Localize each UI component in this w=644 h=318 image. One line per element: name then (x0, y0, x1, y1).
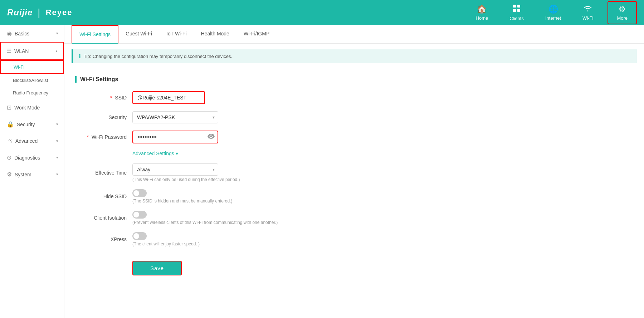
hide-ssid-slider (132, 189, 147, 197)
home-icon: 🏠 (477, 5, 487, 14)
sidebar-item-wifi[interactable]: Wi-Fi (0, 60, 64, 74)
ssid-label: * SSID (75, 95, 132, 101)
effective-time-col: Alway Custom ▾ (This Wi-Fi can only be u… (132, 163, 240, 182)
gear-icon: ⚙ (619, 5, 626, 14)
effective-time-label: Effective Time (75, 170, 132, 176)
xpress-col: (The client will enjoy faster speed. ) (132, 232, 200, 246)
nav-home[interactable]: 🏠 Home (465, 1, 499, 24)
nav-home-label: Home (476, 15, 488, 21)
effective-time-hint: (This Wi-Fi can only be used during the … (132, 177, 240, 182)
nav-internet[interactable]: 🌐 Internet (535, 1, 572, 24)
password-wrapper (132, 131, 218, 143)
xpress-toggle[interactable] (132, 232, 147, 240)
effective-time-row: Effective Time Alway Custom ▾ (This Wi-F… (75, 163, 633, 182)
eye-slash-icon[interactable] (208, 134, 215, 140)
effective-time-select-wrapper: Alway Custom ▾ (132, 163, 218, 176)
client-isolation-toggle[interactable] (132, 211, 147, 219)
nav-more-label: More (617, 15, 628, 21)
sidebar-item-advanced[interactable]: 🖨 Advanced ▾ (0, 133, 64, 149)
logo-divider: | (38, 7, 40, 18)
chevron-up-icon: ▴ (55, 49, 58, 53)
logo-ruijie: Ruijie (7, 8, 33, 18)
xpress-hint: (The client will enjoy faster speed. ) (132, 241, 200, 246)
ssid-input[interactable] (133, 92, 204, 103)
sidebar-workmode-label: Work Mode (14, 105, 40, 111)
chevron-down-icon: ▾ (176, 151, 178, 156)
svg-rect-1 (517, 5, 520, 8)
password-label: * Wi-Fi Password (75, 134, 132, 140)
ssid-input-wrapper (132, 91, 205, 104)
client-isolation-hint: (Prevent wireless clients of this Wi-Fi … (132, 220, 278, 225)
xpress-label: XPress (75, 236, 132, 242)
advanced-settings-toggle[interactable]: Advanced Settings ▾ (132, 151, 633, 156)
client-isolation-label: Client Isolation (75, 215, 132, 221)
tab-health-mode[interactable]: Health Mode (194, 25, 236, 44)
tab-iot-wifi-label: IoT Wi-Fi (166, 31, 187, 36)
svg-rect-0 (513, 5, 516, 8)
xpress-slider (132, 232, 147, 240)
password-row: * Wi-Fi Password (75, 131, 633, 143)
main-nav: 🏠 Home Clients 🌐 Internet (465, 1, 637, 25)
sidebar-item-wlan[interactable]: ☰ WLAN ▴ (0, 42, 64, 60)
tab-wifi-settings-label: Wi-Fi Settings (79, 31, 111, 37)
tab-wifi-igmp[interactable]: Wi-Fi/IGMP (236, 25, 277, 44)
main-layout: ◉ Basics ▾ ☰ WLAN ▴ Wi-Fi Blocklist/Allo… (0, 25, 644, 318)
security-icon: 🔒 (7, 121, 14, 128)
system-icon: ⚙ (7, 171, 12, 178)
top-nav: Ruijie | Reyee 🏠 Home Clients 🌐 Internet (0, 0, 644, 25)
sidebar-item-diagnostics[interactable]: ⊙ Diagnostics ▾ (0, 149, 64, 166)
svg-rect-2 (513, 9, 516, 12)
section-title: Wi-Fi Settings (75, 76, 633, 83)
effective-time-select[interactable]: Alway Custom (132, 163, 218, 176)
sidebar-basics-label: Basics (15, 31, 29, 36)
tab-wifi-settings[interactable]: Wi-Fi Settings (72, 25, 118, 44)
info-tip: ℹ Tip: Changing the configuration may te… (72, 49, 637, 63)
nav-wifi[interactable]: Wi-Fi (572, 1, 604, 24)
sidebar-blocklist-label: Blocklist/Allowlist (13, 78, 48, 83)
tabs-bar: Wi-Fi Settings Guest Wi-Fi IoT Wi-Fi Hea… (64, 25, 644, 44)
hide-ssid-row: Hide SSID (The SSID is hidden and must b… (75, 189, 633, 204)
sidebar-security-label: Security (17, 122, 35, 127)
save-button[interactable]: Save (132, 261, 182, 275)
wifi-settings-form: Wi-Fi Settings * SSID Security WPA/W (64, 69, 644, 290)
tab-guest-wifi[interactable]: Guest Wi-Fi (118, 25, 159, 44)
sidebar-system-label: System (15, 172, 31, 177)
advanced-icon: 🖨 (7, 138, 13, 144)
sidebar-item-basics[interactable]: ◉ Basics ▾ (0, 25, 64, 42)
tab-health-mode-label: Health Mode (201, 31, 229, 36)
security-select[interactable]: WPA/WPA2-PSK WPA3-SAE Open WEP (132, 111, 218, 123)
client-isolation-slider (132, 211, 147, 219)
nav-clients[interactable]: Clients (499, 1, 535, 25)
svg-rect-3 (517, 9, 520, 12)
xpress-row: XPress (The client will enjoy faster spe… (75, 232, 633, 246)
security-row: Security WPA/WPA2-PSK WPA3-SAE Open WEP … (75, 111, 633, 123)
sidebar-item-radio[interactable]: Radio Frequency (0, 87, 64, 99)
hide-ssid-toggle[interactable] (132, 189, 147, 197)
tip-text: Tip: Changing the configuration may temp… (84, 54, 232, 59)
sidebar-item-system[interactable]: ⚙ System ▾ (0, 166, 64, 183)
sidebar: ◉ Basics ▾ ☰ WLAN ▴ Wi-Fi Blocklist/Allo… (0, 25, 64, 318)
tab-wifi-igmp-label: Wi-Fi/IGMP (244, 31, 269, 36)
security-select-wrapper: WPA/WPA2-PSK WPA3-SAE Open WEP ▾ (132, 111, 218, 123)
chevron-down-icon: ▾ (56, 139, 58, 143)
password-input[interactable] (133, 131, 218, 143)
internet-icon: 🌐 (548, 5, 558, 14)
chevron-down-icon: ▾ (56, 31, 58, 36)
clients-icon (513, 4, 521, 14)
main-content: Wi-Fi Settings Guest Wi-Fi IoT Wi-Fi Hea… (64, 25, 644, 318)
client-isolation-col: (Prevent wireless clients of this Wi-Fi … (132, 211, 278, 225)
sidebar-item-security[interactable]: 🔒 Security ▾ (0, 116, 64, 133)
logo-reyee: Reyee (46, 8, 73, 17)
client-isolation-row: Client Isolation (Prevent wireless clien… (75, 211, 633, 225)
chevron-down-icon: ▾ (56, 122, 58, 127)
nav-more[interactable]: ⚙ More (608, 1, 637, 24)
tab-iot-wifi[interactable]: IoT Wi-Fi (159, 25, 194, 44)
workmode-icon: ⊡ (7, 104, 11, 111)
basics-icon: ◉ (7, 30, 12, 37)
wlan-icon: ☰ (6, 48, 11, 54)
sidebar-item-workmode[interactable]: ⊡ Work Mode (0, 99, 64, 116)
ssid-row: * SSID (75, 91, 633, 104)
sidebar-radio-label: Radio Frequency (13, 90, 48, 96)
sidebar-advanced-label: Advanced (15, 138, 38, 144)
sidebar-item-blocklist[interactable]: Blocklist/Allowlist (0, 74, 64, 87)
